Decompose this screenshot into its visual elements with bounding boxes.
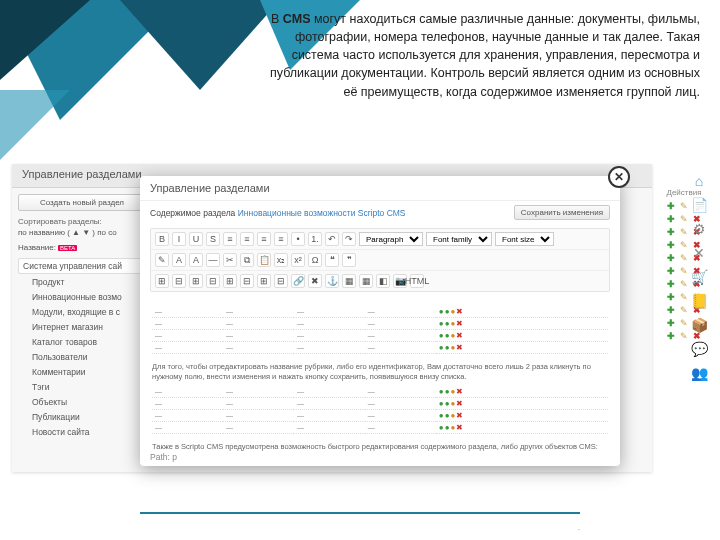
footer-divider xyxy=(140,512,580,514)
sort-label: Сортировать разделы: xyxy=(18,217,146,226)
table-icon[interactable]: ⊞ xyxy=(155,274,169,288)
app-side-icons: ⌂ 📄 ⚙ ✕ 🛒 📒 📦 💬 👥 xyxy=(656,168,716,382)
anchor-icon[interactable]: ⚓ xyxy=(325,274,339,288)
superscript-icon[interactable]: x² xyxy=(291,253,305,267)
document-icon[interactable]: 📄 xyxy=(688,196,710,214)
tree-item[interactable]: Новости сайта xyxy=(28,425,146,439)
tree-item[interactable]: Продукт xyxy=(28,275,146,289)
paragraph-select[interactable]: Paragraph xyxy=(359,232,423,246)
svg-marker-1 xyxy=(120,0,280,90)
tree-item[interactable]: Объекты xyxy=(28,395,146,409)
cut-icon[interactable]: ✂ xyxy=(223,253,237,267)
redo-icon[interactable]: ↷ xyxy=(342,232,356,246)
beta-badge: BETA xyxy=(58,245,77,251)
bg-color-icon[interactable]: A xyxy=(189,253,203,267)
intro-prefix: В xyxy=(271,12,283,26)
content-table: ————●●●✖ ————●●●✖ ————●●●✖ ————●●●✖ xyxy=(152,306,608,354)
tree-item[interactable]: Инновационные возмо xyxy=(28,290,146,304)
col-del-icon[interactable]: ⊟ xyxy=(240,274,254,288)
create-section-button[interactable]: Создать новый раздел xyxy=(18,194,146,211)
grid-icon[interactable]: ▦ xyxy=(342,274,356,288)
edit-icon[interactable]: ✎ xyxy=(155,253,169,267)
table-del-icon[interactable]: ⊟ xyxy=(172,274,186,288)
quote-close-icon[interactable]: ❞ xyxy=(342,253,356,267)
grid2-icon[interactable]: ▦ xyxy=(359,274,373,288)
intro-paragraph: В CMS могут находиться самые различные д… xyxy=(270,10,700,101)
footer-text: . xyxy=(140,523,580,532)
subscript-icon[interactable]: x₂ xyxy=(274,253,288,267)
sort-value[interactable]: по названию ( ▲ ▼ ) по со xyxy=(18,228,146,237)
special-char-icon[interactable]: Ω xyxy=(308,253,322,267)
settings-icon[interactable]: ⚙ xyxy=(688,220,710,238)
align-justify-icon[interactable]: ≡ xyxy=(274,232,288,246)
strike-icon[interactable]: S xyxy=(206,232,220,246)
align-right-icon[interactable]: ≡ xyxy=(257,232,271,246)
save-button[interactable]: Сохранить изменения xyxy=(514,205,610,220)
home-icon[interactable]: ⌂ xyxy=(688,172,710,190)
tree-item[interactable]: Система управления сай xyxy=(18,258,146,274)
modal-sub-label: Содержимое раздела xyxy=(150,208,235,218)
underline-icon[interactable]: U xyxy=(189,232,203,246)
tree-item[interactable]: Комментарии xyxy=(28,365,146,379)
quote-open-icon[interactable]: ❝ xyxy=(325,253,339,267)
text-color-icon[interactable]: A xyxy=(172,253,186,267)
font-size-select[interactable]: Font size xyxy=(495,232,554,246)
filter-label: Название:BETA xyxy=(18,243,146,252)
unlink-icon[interactable]: ✖ xyxy=(308,274,322,288)
copy-icon[interactable]: ⧉ xyxy=(240,253,254,267)
merge-icon[interactable]: ⊞ xyxy=(257,274,271,288)
modal-title: Управление разделами xyxy=(140,176,620,201)
link-icon[interactable]: 🔗 xyxy=(291,274,305,288)
editor-path: Path: p xyxy=(150,452,177,462)
split-icon[interactable]: ⊟ xyxy=(274,274,288,288)
align-left-icon[interactable]: ≡ xyxy=(223,232,237,246)
svg-marker-4 xyxy=(0,90,70,160)
box-icon[interactable]: 📦 xyxy=(688,316,710,334)
users-icon[interactable]: 👥 xyxy=(688,364,710,382)
editor-toolbar: B I U S ≡ ≡ ≡ ≡ • 1. ↶ ↷ Paragraph Font … xyxy=(150,228,610,292)
modal-sub-value: Инновационные возможности Scripto CMS xyxy=(238,208,406,218)
ol-icon[interactable]: 1. xyxy=(308,232,322,246)
tree-item[interactable]: Тэги xyxy=(28,380,146,394)
intro-text: могут находиться самые различные данные:… xyxy=(270,12,700,99)
tree-item[interactable]: Модули, входящие в с xyxy=(28,305,146,319)
bold-icon[interactable]: B xyxy=(155,232,169,246)
note-text: Для того, чтобы отредактировать название… xyxy=(152,362,608,382)
tools-icon[interactable]: ✕ xyxy=(688,244,710,262)
hr-icon[interactable]: — xyxy=(206,253,220,267)
col-add-icon[interactable]: ⊞ xyxy=(223,274,237,288)
paste-icon[interactable]: 📋 xyxy=(257,253,271,267)
tree-item[interactable]: Каталог товаров xyxy=(28,335,146,349)
sidebar: Создать новый раздел Сортировать разделы… xyxy=(12,188,152,472)
ul-icon[interactable]: • xyxy=(291,232,305,246)
cart-icon[interactable]: 🛒 xyxy=(688,268,710,286)
comments-icon[interactable]: 💬 xyxy=(688,340,710,358)
html-icon[interactable]: HTML xyxy=(410,274,424,288)
font-family-select[interactable]: Font family xyxy=(426,232,492,246)
editor-content[interactable]: ————●●●✖ ————●●●✖ ————●●●✖ ————●●●✖ Для … xyxy=(140,296,620,461)
undo-icon[interactable]: ↶ xyxy=(325,232,339,246)
content-table-2: ————●●●✖ ————●●●✖ ————●●●✖ ————●●●✖ xyxy=(152,386,608,434)
edit-section-modal: ✕ Управление разделами Содержимое раздел… xyxy=(140,176,620,466)
align-center-icon[interactable]: ≡ xyxy=(240,232,254,246)
tree-item[interactable]: Пользователи xyxy=(28,350,146,364)
intro-bold: CMS xyxy=(283,12,311,26)
close-icon[interactable]: ✕ xyxy=(608,166,630,188)
row-del-icon[interactable]: ⊟ xyxy=(206,274,220,288)
italic-icon[interactable]: I xyxy=(172,232,186,246)
layout-icon[interactable]: ◧ xyxy=(376,274,390,288)
catalog-icon[interactable]: 📒 xyxy=(688,292,710,310)
note-text-2: Также в Scripto CMS предусмотрена возмож… xyxy=(152,442,608,452)
tree-item[interactable]: Публикации xyxy=(28,410,146,424)
tree-item[interactable]: Интернет магазин xyxy=(28,320,146,334)
row-add-icon[interactable]: ⊞ xyxy=(189,274,203,288)
